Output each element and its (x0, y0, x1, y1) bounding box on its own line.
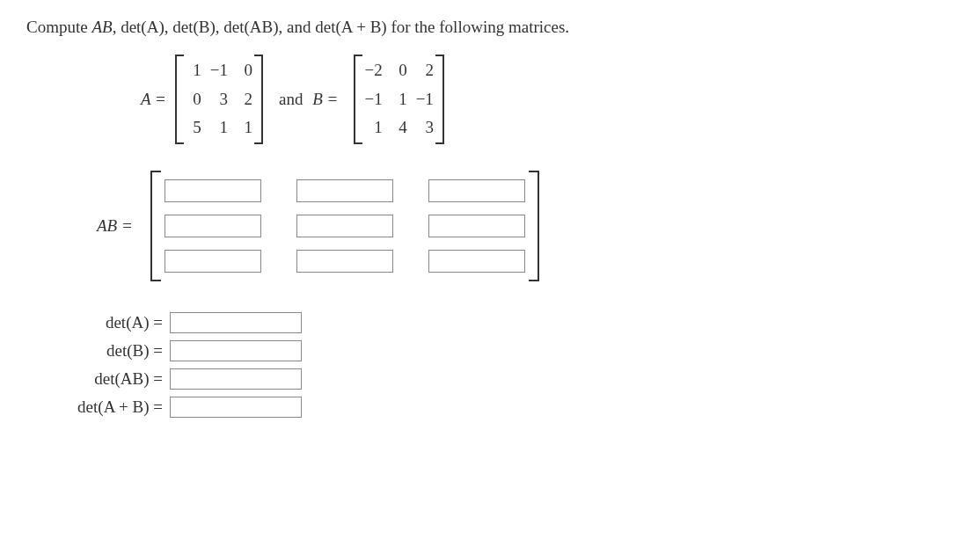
ab-input-0-2[interactable] (428, 179, 525, 202)
bracket-right-icon (529, 171, 539, 281)
matrix-a-cell: −1 (210, 60, 228, 82)
sep: , (216, 18, 224, 36)
term-ab: AB (91, 18, 112, 36)
matrix-a-cell: 0 (186, 89, 201, 111)
matrix-a-cell: 2 (237, 89, 252, 111)
question-prompt: Compute AB, det(A), det(B), det(AB), and… (26, 18, 954, 37)
matrix-b-cell: −1 (364, 89, 382, 111)
term-det-a: det(A) (121, 18, 165, 36)
det-a-plus-b-row: det(A + B) = (26, 397, 954, 418)
given-matrices: A = 1 −1 0 0 3 2 5 1 1 and B = −2 0 2 −1… (141, 55, 954, 144)
term-det-ab: det(AB) (223, 18, 278, 36)
matrix-b-cell: 3 (416, 117, 434, 139)
sep: , (165, 18, 173, 36)
term-det-b: det(B) (172, 18, 216, 36)
matrix-b-cell: 0 (391, 60, 407, 82)
bracket-right-icon (254, 55, 263, 144)
matrix-a-cell: 1 (210, 117, 228, 139)
ab-input-2-2[interactable] (428, 250, 525, 273)
det-a-input[interactable] (170, 312, 302, 333)
det-a-plus-b-label: det(A + B) = (26, 397, 163, 417)
matrix-b-cell: −2 (364, 60, 382, 82)
sep-last: , and (279, 18, 316, 36)
matrix-a-cell: 1 (237, 117, 252, 139)
det-ab-row: det(AB) = (26, 368, 954, 390)
det-b-input[interactable] (170, 340, 302, 361)
and-connector: and B = (279, 90, 338, 109)
ab-input-0-1[interactable] (296, 179, 393, 202)
ab-matrix (150, 171, 539, 281)
prompt-suffix: for the following matrices. (387, 18, 569, 36)
ab-input-1-1[interactable] (296, 215, 393, 237)
matrix-b-cell: −1 (416, 89, 434, 111)
matrix-a-cell: 5 (186, 117, 201, 139)
det-ab-label: det(AB) = (26, 369, 163, 389)
matrix-b-cell: 1 (391, 89, 407, 111)
ab-input-1-2[interactable] (428, 215, 525, 237)
ab-input-0-0[interactable] (165, 179, 261, 202)
bracket-left-icon (175, 55, 184, 144)
and-word: and (279, 90, 303, 108)
ab-input-2-0[interactable] (165, 250, 261, 273)
determinant-rows: det(A) = det(B) = det(AB) = det(A + B) = (26, 312, 954, 418)
matrix-b-cell: 4 (391, 117, 407, 139)
ab-input-1-0[interactable] (165, 215, 261, 237)
matrix-b-content: −2 0 2 −1 1 −1 1 4 3 (362, 55, 435, 144)
det-b-row: det(B) = (26, 340, 954, 361)
ab-product-row: AB = (97, 171, 954, 281)
ab-label: AB = (97, 216, 133, 236)
det-b-label: det(B) = (26, 341, 163, 361)
matrix-b-cell: 2 (416, 60, 434, 82)
matrix-a-cell: 0 (237, 60, 252, 82)
det-a-row: det(A) = (26, 312, 954, 333)
matrix-b: −2 0 2 −1 1 −1 1 4 3 (354, 55, 443, 144)
matrix-a-content: 1 −1 0 0 3 2 5 1 1 (184, 55, 254, 144)
matrix-a-cell: 3 (210, 89, 228, 111)
ab-matrix-content (161, 171, 529, 281)
ab-input-2-1[interactable] (296, 250, 393, 273)
matrix-b-label: B = (312, 90, 338, 108)
bracket-right-icon (435, 55, 444, 144)
prompt-prefix: Compute (26, 18, 91, 36)
det-ab-input[interactable] (170, 368, 302, 390)
matrix-a: 1 −1 0 0 3 2 5 1 1 (175, 55, 263, 144)
det-a-label: det(A) = (26, 313, 163, 332)
matrix-b-cell: 1 (364, 117, 382, 139)
sep: , (113, 18, 121, 36)
matrix-a-cell: 1 (186, 60, 201, 82)
term-det-a-plus-b: det(A + B) (315, 18, 386, 36)
bracket-left-icon (150, 171, 161, 281)
det-a-plus-b-input[interactable] (170, 397, 302, 418)
matrix-a-label: A = (141, 90, 166, 109)
bracket-left-icon (354, 55, 362, 144)
